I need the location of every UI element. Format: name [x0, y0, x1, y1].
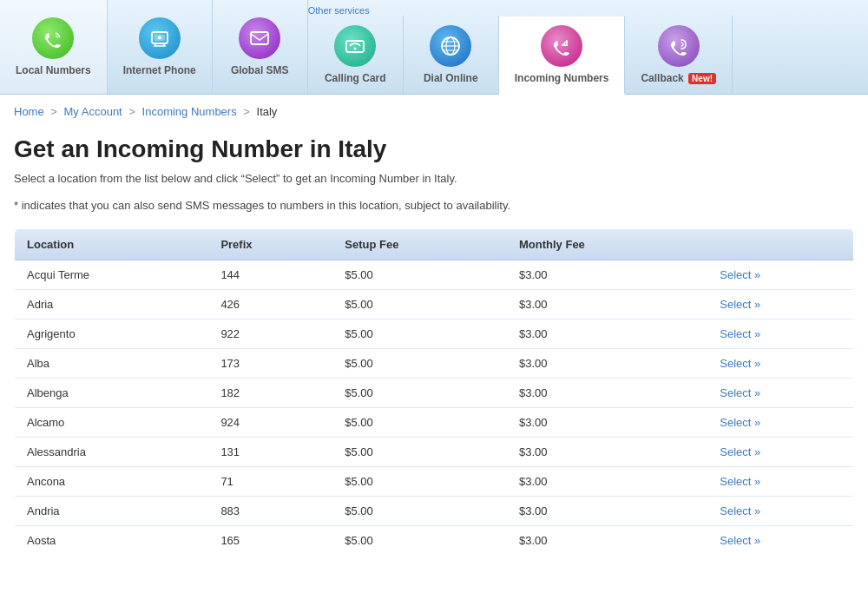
cell-monthly-fee: $3.00 — [507, 289, 707, 319]
col-monthly-fee: Monthly Fee — [507, 228, 707, 260]
cell-monthly-fee: $3.00 — [507, 319, 707, 348]
cell-location: Alessandria — [15, 437, 209, 466]
cell-select: Select » — [707, 496, 853, 525]
table-row: Aosta 165 $5.00 $3.00 Select » — [15, 525, 854, 555]
dial-online-label: Dial Online — [424, 72, 478, 84]
breadcrumb-home[interactable]: Home — [14, 105, 44, 118]
select-link[interactable]: Select » — [720, 386, 760, 399]
select-link[interactable]: Select » — [720, 416, 760, 429]
cell-monthly-fee: $3.00 — [507, 260, 707, 289]
cell-select: Select » — [707, 407, 853, 437]
cell-location: Ancona — [15, 466, 209, 496]
dial-online-icon — [430, 25, 471, 67]
cell-location: Alba — [15, 348, 209, 378]
cell-prefix: 144 — [208, 260, 332, 289]
internet-phone-label: Internet Phone — [123, 64, 196, 76]
nav-item-dial-online[interactable]: Dial Online — [404, 16, 499, 94]
cell-monthly-fee: $3.00 — [507, 496, 707, 525]
select-link[interactable]: Select » — [720, 298, 760, 311]
cell-prefix: 924 — [208, 407, 332, 437]
calling-card-icon — [334, 25, 376, 67]
calling-card-label: Calling Card — [325, 72, 386, 84]
breadcrumb: Home > My Account > Incoming Numbers > I… — [0, 95, 868, 128]
cell-setup-fee: $5.00 — [332, 466, 507, 496]
global-sms-label: Global SMS — [231, 64, 289, 76]
cell-setup-fee: $5.00 — [332, 407, 507, 437]
cell-prefix: 131 — [208, 437, 332, 466]
select-link[interactable]: Select » — [720, 534, 760, 547]
table-row: Agrigento 922 $5.00 $3.00 Select » — [15, 319, 854, 348]
cell-location: Andria — [15, 496, 209, 525]
table-row: Albenga 182 $5.00 $3.00 Select » — [15, 378, 854, 407]
table-row: Ancona 71 $5.00 $3.00 Select » — [15, 466, 854, 496]
col-setup-fee: Setup Fee — [332, 228, 507, 260]
cell-monthly-fee: $3.00 — [507, 348, 707, 378]
select-link[interactable]: Select » — [720, 475, 760, 488]
nav-item-calling-card[interactable]: Calling Card — [308, 16, 404, 94]
cell-setup-fee: $5.00 — [332, 525, 507, 555]
select-link[interactable]: Select » — [720, 327, 760, 340]
cell-setup-fee: $5.00 — [332, 319, 507, 348]
page-title: Get an Incoming Number in Italy — [14, 135, 854, 163]
cell-setup-fee: $5.00 — [332, 289, 507, 319]
table-row: Andria 883 $5.00 $3.00 Select » — [15, 496, 854, 525]
cell-prefix: 182 — [208, 378, 332, 407]
cell-setup-fee: $5.00 — [332, 437, 507, 466]
page-description: Select a location from the list below an… — [14, 172, 854, 185]
cell-select: Select » — [707, 525, 853, 555]
cell-monthly-fee: $3.00 — [507, 437, 707, 466]
cell-prefix: 426 — [208, 289, 332, 319]
svg-point-3 — [158, 36, 161, 40]
select-link[interactable]: Select » — [720, 268, 760, 281]
cell-monthly-fee: $3.00 — [507, 525, 707, 555]
cell-location: Albenga — [15, 378, 209, 407]
breadcrumb-current: Italy — [257, 105, 278, 118]
breadcrumb-my-account[interactable]: My Account — [64, 105, 122, 118]
main-content: Get an Incoming Number in Italy Select a… — [0, 128, 868, 573]
select-link[interactable]: Select » — [720, 445, 760, 458]
cell-setup-fee: $5.00 — [332, 378, 507, 407]
cell-location: Alcamo — [15, 407, 209, 437]
table-row: Adria 426 $5.00 $3.00 Select » — [15, 289, 854, 319]
table-row: Alessandria 131 $5.00 $3.00 Select » — [15, 437, 854, 466]
sms-note: * indicates that you can also send SMS m… — [14, 197, 854, 214]
table-row: Acqui Terme 144 $5.00 $3.00 Select » — [15, 260, 854, 289]
nav-item-internet-phone[interactable]: Internet Phone — [108, 0, 213, 94]
table-row: Alcamo 924 $5.00 $3.00 Select » — [15, 407, 854, 437]
cell-select: Select » — [707, 289, 853, 319]
select-link[interactable]: Select » — [720, 504, 760, 517]
nav-item-callback[interactable]: Callback New! — [625, 16, 733, 94]
cell-prefix: 71 — [208, 466, 332, 496]
cell-select: Select » — [707, 437, 853, 466]
cell-select: Select » — [707, 319, 853, 348]
cell-select: Select » — [707, 348, 853, 378]
other-services-group: Other services Calling Card — [308, 0, 868, 94]
breadcrumb-incoming-numbers[interactable]: Incoming Numbers — [142, 105, 237, 118]
col-prefix: Prefix — [208, 228, 332, 260]
cell-prefix: 165 — [208, 525, 332, 555]
svg-rect-4 — [251, 32, 268, 44]
select-link[interactable]: Select » — [720, 357, 760, 370]
nav-item-local-numbers[interactable]: Local Numbers — [0, 0, 108, 94]
cell-prefix: 883 — [208, 496, 332, 525]
nav-item-global-sms[interactable]: Global SMS — [213, 0, 308, 94]
cell-setup-fee: $5.00 — [332, 348, 507, 378]
local-numbers-icon — [32, 17, 74, 59]
numbers-table: Location Prefix Setup Fee Monthly Fee Ac… — [14, 228, 854, 556]
internet-phone-icon — [139, 17, 181, 59]
cell-location: Adria — [15, 289, 209, 319]
incoming-numbers-label: Incoming Numbers — [515, 72, 609, 84]
col-action — [707, 228, 853, 260]
nav-item-incoming-numbers[interactable]: Incoming Numbers — [499, 16, 626, 95]
global-sms-icon — [239, 17, 280, 59]
cell-prefix: 173 — [208, 348, 332, 378]
cell-setup-fee: $5.00 — [332, 496, 507, 525]
cell-monthly-fee: $3.00 — [507, 466, 707, 496]
cell-prefix: 922 — [208, 319, 332, 348]
cell-location: Acqui Terme — [15, 260, 209, 289]
callback-label: Callback New! — [641, 72, 716, 84]
callback-badge: New! — [688, 73, 716, 84]
callback-icon — [658, 25, 700, 67]
cell-monthly-fee: $3.00 — [507, 378, 707, 407]
cell-location: Agrigento — [15, 319, 209, 348]
